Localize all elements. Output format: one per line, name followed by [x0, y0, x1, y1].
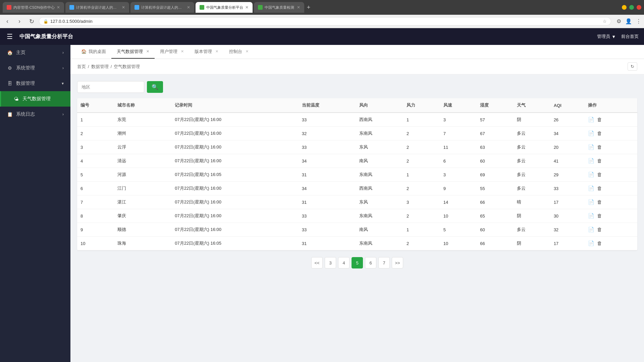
delete-button[interactable]: 🗑 [597, 117, 602, 122]
breadcrumb-home[interactable]: 首页 [77, 64, 86, 70]
forward-button[interactable]: › [15, 17, 24, 26]
address-bar-right: ⚙ 👤 ⋮ [616, 18, 641, 24]
tab-close-2[interactable]: ✕ [122, 5, 125, 10]
content-tab-version[interactable]: 版本管理 ✕ [189, 45, 224, 59]
cell-wind-speed: 3 [440, 168, 477, 182]
cell-time: 07月22日(星期六) 16:00 [171, 140, 298, 154]
search-button[interactable]: 🔍 [147, 81, 163, 93]
search-input[interactable] [77, 81, 144, 93]
url-bar[interactable]: 🔒 127.0.0.1:5000/admin ☆ [39, 17, 611, 25]
delete-button[interactable]: 🗑 [597, 227, 602, 232]
sidebar-item-log[interactable]: 📋 系统日志 › [0, 107, 70, 122]
minimize-button[interactable] [622, 5, 627, 10]
breadcrumb-current: 空气数据管理 [114, 64, 140, 70]
back-button[interactable]: ‹ [3, 17, 12, 26]
admin-menu-button[interactable]: 管理员 ▼ [597, 34, 616, 40]
new-tab-button[interactable]: + [307, 4, 311, 11]
delete-button[interactable]: 🗑 [597, 185, 602, 191]
cell-actions: 📄 🗑 [585, 223, 637, 237]
tab-close-5[interactable]: ✕ [297, 5, 300, 10]
edit-button[interactable]: 📄 [588, 199, 594, 205]
content-tab-users[interactable]: 用户管理 ✕ [155, 45, 189, 59]
sidebar-item-weather[interactable]: 🌤 天气数据管理 [0, 91, 70, 107]
top-nav-right: 管理员 ▼ 前台首页 [597, 34, 639, 40]
browser-tab-5[interactable]: 中国气象质量检测 ✕ [254, 2, 304, 13]
content-tab-console[interactable]: 控制台 ✕ [224, 45, 254, 59]
version-tab-close[interactable]: ✕ [215, 49, 218, 54]
tab-close-3[interactable]: ✕ [187, 5, 190, 10]
col-header-wind-force: 风力 [403, 98, 440, 113]
menu-icon[interactable]: ⋮ [636, 18, 641, 24]
edit-button[interactable]: 📄 [588, 144, 594, 150]
breadcrumb-data[interactable]: 数据管理 [91, 64, 109, 70]
cell-wind-force: 1 [403, 223, 440, 237]
console-tab-close[interactable]: ✕ [246, 49, 249, 54]
sidebar-item-home[interactable]: 🏠 主页 › [0, 45, 70, 60]
close-button[interactable] [637, 5, 641, 10]
reload-button[interactable]: ↻ [27, 17, 36, 26]
content-tab-bar: 🏠 我的桌面 天气数据管理 ✕ 用户管理 ✕ 版本管理 ✕ 控制台 ✕ [70, 45, 644, 59]
edit-button[interactable]: 📄 [588, 213, 594, 219]
weather-tab-close[interactable]: ✕ [146, 49, 149, 54]
cell-temp: 31 [299, 168, 356, 182]
pagination-page-6[interactable]: 6 [365, 257, 376, 268]
delete-button[interactable]: 🗑 [597, 199, 602, 205]
pagination-page-5[interactable]: 5 [352, 257, 363, 268]
cell-aqi: 33 [550, 182, 585, 195]
pagination-prev[interactable]: << [311, 257, 323, 268]
delete-button[interactable]: 🗑 [597, 144, 602, 150]
frontend-home-button[interactable]: 前台首页 [621, 34, 639, 40]
tab-favicon-1 [7, 5, 11, 10]
cell-id: 3 [77, 140, 114, 154]
sidebar-label-data: 数据管理 [16, 80, 35, 86]
top-nav: ☰ 中国气象质量分析平台 管理员 ▼ 前台首页 [0, 28, 644, 45]
delete-button[interactable]: 🗑 [597, 172, 602, 177]
edit-button[interactable]: 📄 [588, 130, 594, 136]
edit-button[interactable]: 📄 [588, 227, 594, 233]
browser-tab-4[interactable]: 中国气象质量分析平台 ✕ [196, 2, 253, 13]
delete-button[interactable]: 🗑 [597, 213, 602, 219]
cell-actions: 📄 🗑 [585, 154, 637, 168]
cell-city: 湛江 [114, 195, 172, 209]
delete-button[interactable]: 🗑 [597, 130, 602, 136]
cell-humidity: 55 [477, 182, 514, 195]
cell-temp: 33 [299, 113, 356, 127]
maximize-button[interactable] [629, 5, 634, 10]
users-tab-close[interactable]: ✕ [181, 49, 184, 54]
edit-button[interactable]: 📄 [588, 158, 594, 164]
browser-tab-3[interactable]: 计算机毕业设计超人的个人空间... ✕ [130, 2, 194, 13]
home-icon: 🏠 [7, 50, 13, 55]
edit-button[interactable]: 📄 [588, 172, 594, 178]
profile-icon[interactable]: 👤 [625, 18, 632, 24]
tab-close-4[interactable]: ✕ [245, 5, 249, 10]
pagination-page-3[interactable]: 3 [325, 257, 336, 268]
pagination-page-7[interactable]: 7 [378, 257, 390, 268]
delete-button[interactable]: 🗑 [597, 240, 602, 246]
sidebar-item-data[interactable]: 🗄 数据管理 ▾ [0, 76, 70, 91]
sidebar-item-system[interactable]: ⚙ 系统管理 › [0, 60, 70, 76]
url-text: 127.0.0.1:5000/admin [50, 19, 601, 24]
tab-label-4: 中国气象质量分析平台 [206, 5, 243, 10]
edit-button[interactable]: 📄 [588, 185, 594, 191]
sidebar-arrow-system: › [62, 66, 64, 70]
hamburger-menu-icon[interactable]: ☰ [5, 31, 14, 42]
refresh-button[interactable]: ↻ [628, 62, 637, 71]
browser-tab-1[interactable]: 内容管理-CSDN创作中心 ✕ [3, 2, 64, 13]
pagination-page-4[interactable]: 4 [338, 257, 350, 268]
browser-tab-2[interactable]: 计算机毕业设计超人的个人空间... ✕ [65, 2, 129, 13]
tab-close-1[interactable]: ✕ [57, 5, 60, 10]
extensions-icon[interactable]: ⚙ [616, 18, 621, 24]
content-tab-weather[interactable]: 天气数据管理 ✕ [111, 45, 155, 59]
cell-time: 07月22日(星期六) 16:00 [171, 182, 298, 195]
edit-button[interactable]: 📄 [588, 240, 594, 246]
cell-temp: 34 [299, 182, 356, 195]
col-header-humidity: 湿度 [477, 98, 514, 113]
edit-button[interactable]: 📄 [588, 117, 594, 123]
cell-aqi: 17 [550, 195, 585, 209]
delete-button[interactable]: 🗑 [597, 158, 602, 164]
cell-id: 9 [77, 223, 114, 237]
content-tab-desktop[interactable]: 🏠 我的桌面 [76, 45, 111, 59]
bookmark-icon[interactable]: ☆ [603, 19, 607, 24]
pagination-next[interactable]: >> [392, 257, 403, 268]
search-bar: 🔍 [77, 81, 637, 93]
